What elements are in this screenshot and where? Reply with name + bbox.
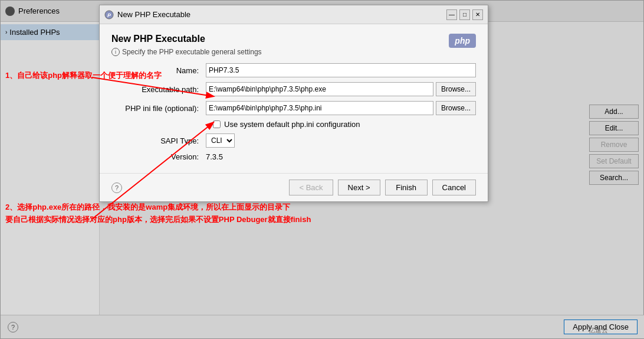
modal-titlebar: P New PHP Executable — □ ✕ [100, 5, 488, 24]
checkbox-row: Use system default php.ini configuration [111, 120, 476, 129]
modal-footer: ? < Back Next > Finish Cancel [100, 173, 488, 201]
minimize-button[interactable]: — [446, 9, 457, 20]
name-row: Name: [111, 63, 476, 77]
sapi-select[interactable]: CLI [206, 133, 235, 148]
modal-dialog: P New PHP Executable — □ ✕ New PHP Execu… [99, 5, 488, 202]
modal-main-title: New PHP Executable [111, 34, 449, 44]
system-default-checkbox[interactable] [213, 120, 221, 128]
ini-browse-button[interactable]: Browse... [436, 101, 476, 115]
next-button[interactable]: Next > [338, 180, 380, 195]
titlebar-buttons: — □ ✕ [446, 9, 483, 20]
footer-help-icon[interactable]: ? [111, 182, 122, 193]
checkbox-label: Use system default php.ini configuration [224, 120, 360, 129]
ini-label: PHP ini file (optional): [111, 104, 206, 113]
finish-button[interactable]: Finish [385, 180, 428, 195]
version-label: Version: [111, 152, 206, 161]
ini-input[interactable] [206, 101, 433, 115]
exec-path-input[interactable] [206, 82, 433, 96]
annotation-1: 1、自己给该php解释器取一个便于理解的名字 [5, 70, 162, 81]
exec-path-label: Executable path: [111, 85, 206, 94]
modal-header-section: New PHP Executable i Specify the PHP exe… [111, 34, 476, 56]
sapi-label: SAPI Type: [111, 136, 206, 145]
svg-text:P: P [107, 12, 111, 18]
modal-body: New PHP Executable i Specify the PHP exe… [100, 24, 488, 173]
modal-header-left: New PHP Executable i Specify the PHP exe… [111, 34, 449, 56]
version-value: 7.3.5 [206, 152, 223, 161]
subtitle-text: Specify the PHP executable general setti… [122, 48, 262, 56]
annotation-2: 2、选择php.exe所在的路径，我安装的是wamp集成环境，所以在上面显示的目… [5, 201, 311, 226]
name-input[interactable] [206, 63, 476, 77]
exec-path-input-group: Browse... [206, 82, 476, 96]
sapi-row: SAPI Type: CLI [111, 133, 476, 148]
info-icon: i [111, 48, 120, 56]
ini-row: PHP ini file (optional): Browse... [111, 101, 476, 115]
modal-icon: P [104, 10, 114, 19]
exec-path-row: Executable path: Browse... [111, 82, 476, 96]
ini-input-group: Browse... [206, 101, 476, 115]
close-button[interactable]: ✕ [472, 9, 483, 20]
modal-overlay: P New PHP Executable — □ ✕ New PHP Execu… [0, 0, 644, 339]
exec-path-browse-button[interactable]: Browse... [436, 82, 476, 96]
php-logo: php [449, 34, 476, 48]
maximize-button[interactable]: □ [459, 9, 470, 20]
back-button[interactable]: < Back [289, 180, 333, 195]
cancel-button[interactable]: Cancel [432, 180, 476, 195]
modal-subtitle: i Specify the PHP executable general set… [111, 48, 449, 56]
version-row: Version: 7.3.5 [111, 152, 476, 161]
watermark: 亿速云 [589, 326, 608, 335]
modal-title-text: New PHP Executable [117, 10, 443, 19]
